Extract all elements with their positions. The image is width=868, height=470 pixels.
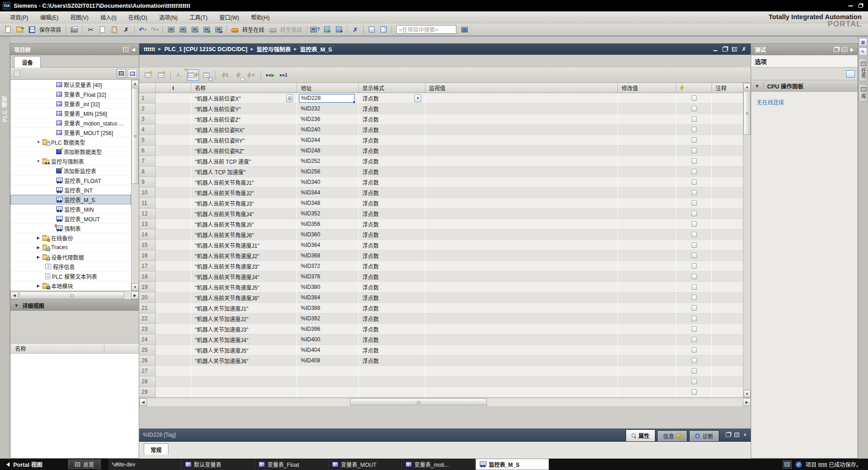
modify-enable-checkbox[interactable] xyxy=(691,295,697,300)
paste-button[interactable] xyxy=(109,24,120,35)
modify-value-cell[interactable] xyxy=(618,125,676,135)
breadcrumb-segment-1[interactable]: PLC_1 [CPU 1215C DC/DC/DC] xyxy=(164,46,247,52)
comment-cell[interactable] xyxy=(712,282,743,292)
display-format-cell[interactable]: 浮点数 xyxy=(359,219,425,230)
minimize-pane-icon[interactable] xyxy=(713,47,718,52)
row-number[interactable]: 20 xyxy=(139,292,156,303)
modify-value-cell[interactable] xyxy=(618,282,676,292)
comment-cell[interactable] xyxy=(712,135,743,146)
table-row[interactable]: 9"机器人当前关节角度J1"%ID340浮点数 xyxy=(139,177,743,188)
modify-value-cell[interactable] xyxy=(618,261,676,272)
tag-name-cell[interactable] xyxy=(191,366,297,376)
modify-value-cell[interactable] xyxy=(618,114,676,125)
tag-name-cell[interactable]: "机器人当前位姿RY" xyxy=(191,135,297,146)
tab-properties[interactable]: 属性 xyxy=(626,429,655,441)
tree-item-在线备份[interactable]: ▶在线备份 xyxy=(10,233,131,243)
address-cell[interactable]: %ID352 xyxy=(297,209,359,219)
modify-enable-checkbox[interactable] xyxy=(691,379,697,384)
modify-value-cell[interactable] xyxy=(618,230,676,240)
comment-cell[interactable] xyxy=(712,313,743,324)
table-row[interactable]: 10"机器人当前关节角度J2"%ID344浮点数 xyxy=(139,188,743,198)
modify-enable-checkbox[interactable] xyxy=(691,158,697,164)
tag-name-cell[interactable]: "机器人关节加速度J6" xyxy=(191,355,297,366)
row-number[interactable]: 13 xyxy=(139,219,156,230)
go-online-label[interactable]: 转至在线 xyxy=(241,26,266,33)
expander-down-icon[interactable]: ▼ xyxy=(36,159,41,163)
tag-name-cell[interactable] xyxy=(191,376,297,387)
comment-cell[interactable] xyxy=(712,324,743,334)
table-row[interactable]: 19"机器人当前关节角速度J5"%ID380浮点数 xyxy=(139,282,743,292)
modify-value-cell[interactable] xyxy=(618,366,676,376)
table-row[interactable]: 28 xyxy=(139,376,743,387)
table-row[interactable]: 6"机器人当前位姿RZ"%ID248浮点数 xyxy=(139,146,743,156)
taskbar-button-elite-dev[interactable]: elite-dev xyxy=(108,459,182,470)
row-number[interactable]: 14 xyxy=(139,230,156,240)
comment-cell[interactable] xyxy=(712,209,743,219)
display-format-cell[interactable]: 浮点数 xyxy=(359,324,425,334)
modify-stop-button[interactable]: ✗ xyxy=(246,69,257,81)
float-pane-icon[interactable] xyxy=(834,47,839,52)
modify-once-button[interactable]: 1 xyxy=(219,69,231,81)
table-row[interactable]: 15"机器人当前关节角速度J1"%ID364浮点数 xyxy=(139,240,743,251)
address-cell[interactable]: %ID368 xyxy=(297,251,359,261)
expander-right-icon[interactable]: ▶ xyxy=(36,255,41,259)
resize-handle[interactable] xyxy=(353,101,355,103)
row-number[interactable]: 10 xyxy=(139,188,156,198)
stop-simulation-button[interactable]: ■ xyxy=(334,24,344,35)
modify-value-cell[interactable] xyxy=(618,93,676,104)
tree-item-监控表_M_S[interactable]: 监控表_M_S xyxy=(10,195,131,204)
rail-tool-icon[interactable]: ✎ xyxy=(859,47,867,56)
start-cpu-button[interactable]: ▶ xyxy=(201,24,212,35)
tag-name-cell[interactable]: "机器人关节加速度J5" xyxy=(191,345,297,355)
comment-cell[interactable] xyxy=(712,355,743,366)
expand-mode-button[interactable]: ▶ xyxy=(264,69,276,81)
row-number[interactable]: 8 xyxy=(139,167,156,177)
tree-view-icon[interactable] xyxy=(12,69,21,78)
display-format-cell[interactable]: 浮点数 xyxy=(359,114,425,125)
modify-enable-checkbox[interactable] xyxy=(691,127,697,132)
display-format-cell[interactable]: 浮点数 xyxy=(359,261,425,272)
modify-value-cell[interactable] xyxy=(618,376,676,387)
scroll-right-icon[interactable]: ▶ xyxy=(743,398,751,406)
address-cell[interactable]: %ID236 xyxy=(297,114,359,125)
comment-cell[interactable] xyxy=(712,261,743,272)
undo-button[interactable]: ↶± xyxy=(137,24,148,35)
display-format-cell[interactable]: 浮点数 xyxy=(359,104,425,114)
modify-value-cell[interactable] xyxy=(618,272,676,282)
overview-button[interactable]: 总览 xyxy=(68,460,101,469)
address-cell[interactable] xyxy=(297,376,359,387)
tree-item-PLC-数据类型[interactable]: ▼PLC 数据类型 xyxy=(10,137,131,147)
download-button[interactable]: ↓ xyxy=(178,24,188,35)
tree-item-监控表_FLOAT[interactable]: 监控表_FLOAT xyxy=(10,176,131,185)
row-number[interactable]: 19 xyxy=(139,282,156,292)
breadcrumb-segment-0[interactable]: tttttt xyxy=(144,46,155,52)
modify-enable-checkbox[interactable] xyxy=(691,148,697,153)
tag-name-cell[interactable]: "机器人当前关节角速度J4" xyxy=(191,272,297,282)
comment-cell[interactable] xyxy=(712,345,743,355)
modify-enable-checkbox[interactable] xyxy=(691,137,697,143)
scroll-up-icon[interactable]: ▲ xyxy=(131,80,139,87)
menu-item-8[interactable]: 帮助(H) xyxy=(246,11,275,23)
modify-value-cell[interactable] xyxy=(618,251,676,261)
modify-enable-checkbox[interactable] xyxy=(691,116,697,122)
comment-cell[interactable] xyxy=(712,240,743,251)
modify-enable-checkbox[interactable] xyxy=(691,368,697,374)
comment-cell[interactable] xyxy=(712,376,743,387)
modify-enable-checkbox[interactable] xyxy=(691,347,697,353)
scroll-up-icon[interactable]: ▲ xyxy=(743,83,751,90)
modify-enable-checkbox[interactable] xyxy=(691,232,697,237)
scroll-left-icon[interactable]: ◀ xyxy=(139,398,147,406)
table-row[interactable]: 16"机器人当前关节角速度J2"%ID368浮点数 xyxy=(139,251,743,261)
row-number[interactable]: 15 xyxy=(139,240,156,251)
expand-once-button[interactable]: 1 xyxy=(277,69,289,81)
tag-name-cell[interactable]: "机器人当前关节角度J5" xyxy=(191,219,297,230)
tree-item-本地模块[interactable]: ▶本地模块 xyxy=(10,281,131,291)
table-row[interactable]: 4"机器人当前位姿RX"%ID240浮点数 xyxy=(139,125,743,135)
display-format-cell[interactable]: 浮点数 xyxy=(359,313,425,324)
tag-name-cell[interactable]: "机器人当前关节角度J4" xyxy=(191,209,297,219)
table-vertical-scrollbar[interactable]: ▲ ▼ xyxy=(743,83,751,397)
auto-collapse-icon[interactable] xyxy=(123,47,129,52)
address-cell[interactable]: %ID360 xyxy=(297,230,359,240)
address-cell[interactable]: %ID388 xyxy=(297,303,359,313)
memory-card-button[interactable] xyxy=(783,460,792,469)
